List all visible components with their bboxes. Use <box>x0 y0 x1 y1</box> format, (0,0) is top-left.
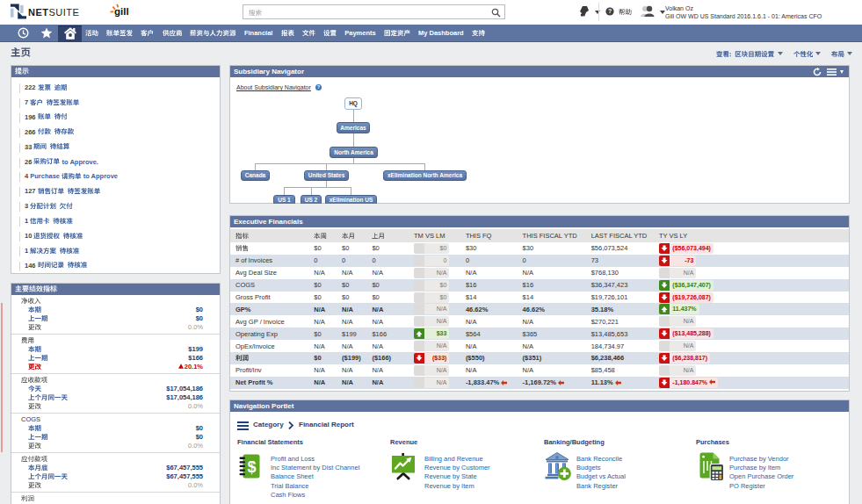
svg-text:?: ? <box>608 8 612 14</box>
svg-text:$: $ <box>247 458 256 476</box>
